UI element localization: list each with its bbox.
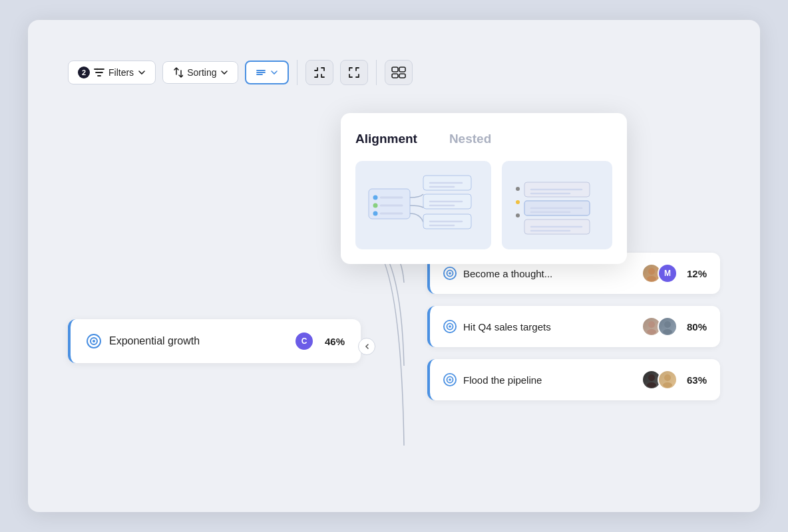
child-1-target-icon xyxy=(443,267,457,280)
svg-point-11 xyxy=(373,211,378,216)
svg-point-7 xyxy=(373,196,378,200)
lines-icon xyxy=(256,67,266,78)
child-3-target-icon xyxy=(443,373,457,386)
child-1-avatars: M xyxy=(642,263,678,283)
expand-icon xyxy=(347,66,361,79)
child-node-2: Hit Q4 sales targets 80% xyxy=(427,306,720,347)
filters-chevron-icon xyxy=(138,68,146,76)
main-container: 2 Filters Sorting xyxy=(28,20,760,512)
svg-rect-4 xyxy=(392,74,398,78)
group-icon xyxy=(391,66,406,79)
child-3-label: Flood the pipeline xyxy=(463,374,635,386)
child-2-percent: 80% xyxy=(687,321,707,332)
chevron-left-icon xyxy=(363,343,370,350)
svg-point-48 xyxy=(663,329,672,334)
child-node-3: Flood the pipeline 63% xyxy=(427,359,720,400)
collapse-view-button[interactable] xyxy=(305,60,333,85)
svg-point-1 xyxy=(100,72,102,73)
sort-icon xyxy=(172,67,183,78)
svg-rect-2 xyxy=(392,67,398,72)
alignment-option-card[interactable] xyxy=(355,161,491,249)
child-3-percent: 63% xyxy=(687,374,707,386)
svg-point-45 xyxy=(648,321,655,328)
child-1-label: Become a thought... xyxy=(463,268,635,279)
toolbar-divider-2 xyxy=(376,60,377,85)
children-area: Become a thought... M 12% Hit Q4 sale xyxy=(427,253,720,412)
layout-dropdown-panel: Alignment Nested xyxy=(341,113,627,264)
parent-percent: 46% xyxy=(325,336,345,347)
svg-point-41 xyxy=(647,276,656,281)
svg-point-51 xyxy=(449,378,451,381)
svg-point-36 xyxy=(93,340,95,342)
svg-point-24 xyxy=(516,213,520,217)
view-options-button[interactable] xyxy=(245,61,289,84)
svg-point-22 xyxy=(516,187,520,191)
child-1-avatar-2: M xyxy=(658,263,678,283)
svg-point-52 xyxy=(648,374,655,381)
sorting-label: Sorting xyxy=(187,67,216,78)
collapse-button[interactable] xyxy=(358,338,375,355)
svg-point-0 xyxy=(97,68,98,70)
child-1-percent: 12% xyxy=(687,268,707,279)
svg-point-44 xyxy=(449,325,451,328)
svg-point-9 xyxy=(373,203,378,208)
child-3-avatars xyxy=(642,370,678,390)
child-2-target-icon xyxy=(443,320,457,333)
svg-point-55 xyxy=(663,382,672,388)
toolbar-divider xyxy=(297,60,297,85)
nested-diagram xyxy=(510,169,596,239)
tab-alignment[interactable]: Alignment xyxy=(355,129,429,149)
svg-rect-3 xyxy=(399,67,405,72)
filter-icon xyxy=(94,67,104,78)
child-2-avatar-2 xyxy=(658,317,678,336)
view-chevron-icon xyxy=(270,68,278,76)
parent-node-label: Exponential growth xyxy=(109,335,290,347)
svg-rect-5 xyxy=(399,74,405,78)
child-2-avatars xyxy=(642,317,678,336)
sorting-button[interactable]: Sorting xyxy=(162,61,238,84)
dropdown-tabs: Alignment Nested xyxy=(355,129,612,149)
parent-avatar: C xyxy=(294,331,314,351)
svg-point-23 xyxy=(516,200,520,204)
svg-point-39 xyxy=(449,272,451,275)
alignment-diagram xyxy=(363,169,483,239)
child-3-avatar-2 xyxy=(658,370,678,390)
parent-node: Exponential growth C 46% xyxy=(68,319,361,363)
group-button[interactable] xyxy=(385,60,413,85)
parent-target-icon xyxy=(87,334,101,348)
svg-point-46 xyxy=(647,329,656,334)
filters-label: Filters xyxy=(108,67,134,78)
dropdown-options xyxy=(355,161,612,249)
filters-button[interactable]: 2 Filters xyxy=(68,61,156,84)
svg-point-53 xyxy=(647,382,656,388)
svg-point-47 xyxy=(664,321,671,328)
filters-badge: 2 xyxy=(78,66,90,78)
sorting-chevron-icon xyxy=(220,68,228,76)
expand-view-button[interactable] xyxy=(340,60,368,85)
collapse-icon xyxy=(313,66,326,79)
svg-point-54 xyxy=(664,374,671,381)
nested-option-card[interactable] xyxy=(502,161,612,249)
toolbar: 2 Filters Sorting xyxy=(68,60,413,85)
svg-point-40 xyxy=(648,268,655,275)
tab-nested[interactable]: Nested xyxy=(449,129,503,149)
child-2-label: Hit Q4 sales targets xyxy=(463,321,635,332)
